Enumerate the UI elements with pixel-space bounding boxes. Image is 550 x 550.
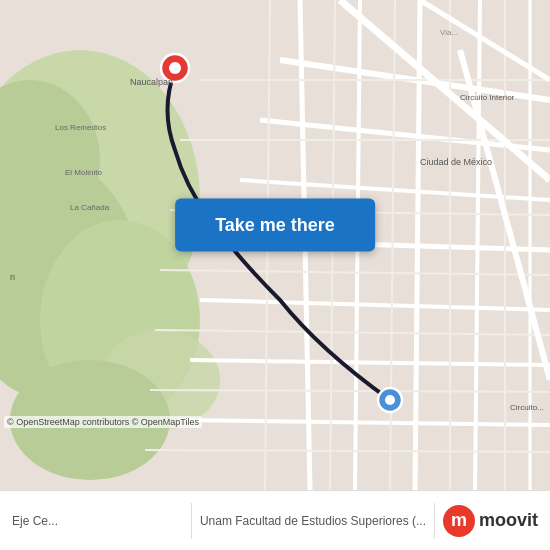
destination-label: Unam Facultad de Estudios Superiores (..… <box>200 514 426 528</box>
svg-text:La Cañada: La Cañada <box>70 203 110 212</box>
svg-point-37 <box>169 62 181 74</box>
moovit-icon: m <box>443 505 475 537</box>
svg-text:Circuito Interior: Circuito Interior <box>460 93 515 102</box>
map-container: Naucalpan Los Remedios El Molinito La Ca… <box>0 0 550 490</box>
svg-text:Naucalpan: Naucalpan <box>130 77 173 87</box>
svg-text:Via...: Via... <box>440 28 458 37</box>
svg-text:n: n <box>10 272 15 282</box>
svg-text:Circuito...: Circuito... <box>510 403 544 412</box>
take-me-there-button[interactable]: Take me there <box>175 199 375 252</box>
divider2 <box>434 503 435 539</box>
divider <box>191 503 192 539</box>
svg-text:Los Remedios: Los Remedios <box>55 123 106 132</box>
map-attribution: © OpenStreetMap contributors © OpenMapTi… <box>4 416 202 428</box>
moovit-logo: m moovit <box>443 505 538 537</box>
destination-col: Unam Facultad de Estudios Superiores (..… <box>200 514 426 528</box>
svg-text:Ciudad de México: Ciudad de México <box>420 157 492 167</box>
svg-text:El Molinito: El Molinito <box>65 168 102 177</box>
origin-col: Eje Ce... <box>12 514 183 528</box>
bottom-bar: Eje Ce... Unam Facultad de Estudios Supe… <box>0 490 550 550</box>
origin-label: Eje Ce... <box>12 514 183 528</box>
moovit-wordmark: moovit <box>479 510 538 531</box>
svg-point-35 <box>385 395 395 405</box>
